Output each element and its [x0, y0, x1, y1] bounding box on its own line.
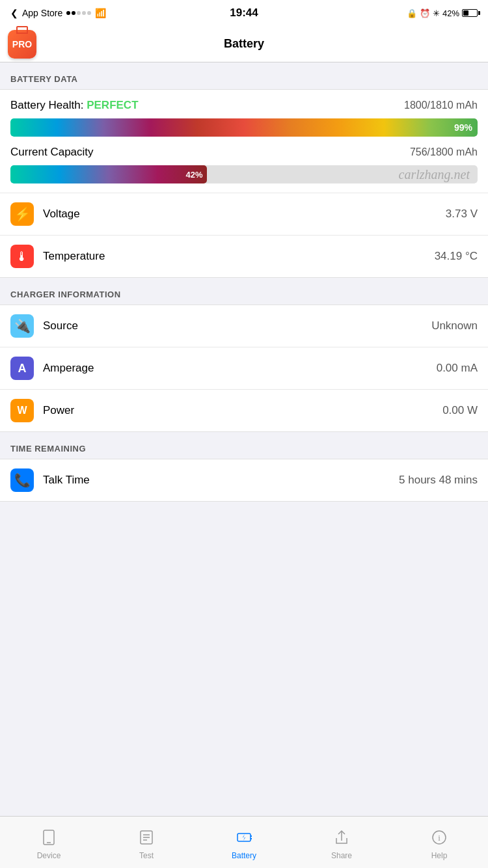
capacity-percent-label: 42% — [186, 170, 203, 180]
talk-time-icon: 📞 — [10, 468, 34, 492]
back-chevron-icon: ❮ — [10, 8, 18, 18]
temperature-value: 34.19 °C — [435, 250, 478, 263]
temperature-left: 🌡 Temperature — [10, 245, 105, 268]
battery-indicator — [462, 9, 478, 17]
power-row: W Power 0.00 W — [0, 389, 488, 431]
wifi-icon: 📶 — [95, 8, 106, 18]
talk-time-label: Talk Time — [43, 474, 90, 487]
thermometer-icon: 🌡 — [16, 249, 29, 264]
nav-bar: PRO Battery — [0, 26, 488, 62]
bluetooth-icon: ✳ — [433, 8, 440, 18]
talk-time-row: 📞 Talk Time 5 hours 48 mins — [0, 459, 488, 501]
power-label: Power — [43, 404, 74, 417]
health-bar-fill: 99% — [10, 118, 478, 137]
source-left: 🔌 Source — [10, 314, 78, 338]
battery-percent: 42% — [442, 8, 459, 18]
power-icon: W — [10, 399, 34, 422]
signal-dots — [66, 11, 91, 15]
talk-time-left: 📞 Talk Time — [10, 468, 90, 492]
status-bar: ❮ App Store 📶 19:44 🔒 ⏰ ✳ 42% — [0, 0, 488, 26]
pro-icon[interactable]: PRO — [8, 30, 36, 59]
battery-tab-icon — [236, 829, 252, 849]
charger-info-header: CHARGER INFORMATION — [0, 278, 488, 305]
talk-time-value: 5 hours 48 mins — [399, 474, 478, 487]
plug-icon: 🔌 — [14, 318, 31, 334]
lightning-icon: ⚡ — [14, 206, 31, 222]
watt-letter-icon: W — [17, 405, 27, 416]
temperature-label: Temperature — [43, 250, 105, 263]
source-row: 🔌 Source Unknown — [0, 305, 488, 347]
alarm-icon: ⏰ — [420, 8, 430, 18]
tab-test[interactable]: Test — [98, 825, 195, 860]
tab-bar: Device Test Battery — [0, 816, 488, 868]
voltage-value: 3.73 V — [446, 208, 478, 221]
svg-rect-6 — [237, 834, 251, 841]
battery-health-mah: 1800/1810 mAh — [404, 100, 478, 111]
capacity-mah: 756/1800 mAh — [410, 146, 478, 158]
time-remaining-card: 📞 Talk Time 5 hours 48 mins — [0, 459, 488, 502]
pro-label: PRO — [12, 39, 32, 49]
tab-help[interactable]: i Help — [390, 825, 488, 860]
phone-icon: 📞 — [14, 472, 31, 488]
battery-health-label-group: Battery Health: PERFECT — [10, 99, 139, 112]
battery-health-row: Battery Health: PERFECT 1800/1810 mAh — [0, 90, 488, 112]
capacity-bar-bg: 42% carlzhang.net — [10, 165, 478, 183]
tab-share[interactable]: Share — [293, 825, 390, 860]
voltage-icon: ⚡ — [10, 202, 34, 226]
status-right: 🔒 ⏰ ✳ 42% — [407, 8, 478, 18]
temperature-icon: 🌡 — [10, 245, 34, 268]
test-tab-icon — [138, 829, 155, 849]
share-tab-icon — [333, 829, 350, 849]
device-tab-label: Device — [37, 851, 61, 860]
source-value: Unknown — [431, 319, 478, 332]
voltage-left: ⚡ Voltage — [10, 202, 80, 226]
charger-info-card: 🔌 Source Unknown A Amperage 0.00 mA W — [0, 305, 488, 432]
amperage-icon: A — [10, 357, 34, 380]
temperature-row: 🌡 Temperature 34.19 °C — [0, 235, 488, 277]
page-content: BATTERY DATA Battery Health: PERFECT 180… — [0, 62, 488, 560]
capacity-label: Current Capacity — [10, 146, 94, 159]
help-tab-icon: i — [431, 829, 448, 849]
power-left: W Power — [10, 399, 74, 422]
health-percent-label: 99% — [454, 122, 472, 133]
amperage-row: A Amperage 0.00 mA — [0, 347, 488, 389]
tab-device[interactable]: Device — [0, 825, 98, 860]
battery-data-header: BATTERY DATA — [0, 62, 488, 89]
time-remaining-header: TIME REMAINING — [0, 432, 488, 459]
nav-title: Battery — [224, 37, 264, 51]
amperage-label: Amperage — [43, 362, 94, 375]
help-tab-label: Help — [431, 851, 448, 860]
status-left: ❮ App Store 📶 — [10, 8, 106, 18]
health-progress-bar: 99% — [10, 118, 478, 137]
tab-battery[interactable]: Battery — [195, 825, 293, 860]
battery-health-status: PERFECT — [87, 99, 138, 111]
svg-text:i: i — [438, 833, 441, 843]
source-label: Source — [43, 319, 78, 332]
device-tab-icon — [40, 829, 57, 849]
amperage-value: 0.00 mA — [437, 362, 478, 375]
amperage-left: A Amperage — [10, 357, 94, 380]
battery-health-label: Battery Health: — [10, 99, 87, 111]
carrier-label: App Store — [22, 8, 62, 18]
capacity-bar-fill: 42% — [10, 165, 207, 183]
current-capacity-row: Current Capacity 756/1800 mAh — [0, 137, 488, 159]
source-icon: 🔌 — [10, 314, 34, 338]
voltage-row: ⚡ Voltage 3.73 V — [0, 193, 488, 235]
share-tab-label: Share — [331, 851, 352, 860]
status-time: 19:44 — [230, 7, 258, 20]
capacity-progress-bar: 42% carlzhang.net — [10, 165, 478, 183]
battery-tab-label: Battery — [232, 851, 256, 860]
ampere-letter-icon: A — [18, 362, 27, 375]
test-tab-label: Test — [139, 851, 154, 860]
voltage-label: Voltage — [43, 208, 80, 221]
battery-data-card: Battery Health: PERFECT 1800/1810 mAh 99… — [0, 89, 488, 278]
watermark: carlzhang.net — [399, 167, 470, 182]
lock-icon: 🔒 — [407, 8, 417, 18]
power-value: 0.00 W — [442, 404, 478, 417]
